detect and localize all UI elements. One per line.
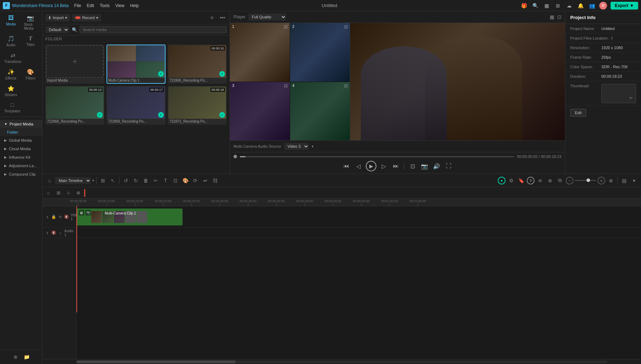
folder-add-icon[interactable]: 📁 (23, 353, 31, 361)
crop-timeline-icon[interactable]: ⊡ (171, 176, 180, 185)
multicam-cell-4[interactable]: 4 ⊡ (290, 82, 350, 141)
select-icon[interactable]: ↖ (109, 176, 117, 185)
add-track-icon[interactable]: ⊕ (11, 353, 20, 361)
undo-icon[interactable]: ↺ (122, 176, 130, 185)
tab-titles[interactable]: T Titles (21, 33, 40, 49)
timeline-snap-icon[interactable]: ⊕ (74, 189, 82, 197)
text-icon[interactable]: T (161, 176, 170, 185)
grid-icon[interactable]: ⊞ (554, 2, 562, 10)
menu-bar[interactable]: File Edit Tools View Help (74, 3, 139, 8)
list-item[interactable]: 00:00:10 ✓ 722866_Recording Po... (168, 45, 227, 84)
list-item[interactable]: 00:00:13 ✓ 722868_Recording Po... (45, 86, 104, 125)
playhead-dot[interactable] (233, 155, 237, 158)
progress-track[interactable] (240, 156, 514, 157)
list-item[interactable]: ✓ Multi-Camera Clip 1 (106, 45, 166, 84)
frame-forward-icon[interactable]: ▷ (379, 162, 388, 171)
scrollbar-track[interactable] (76, 360, 607, 363)
bookmark-icon[interactable]: 🔖 (517, 176, 525, 185)
tab-transitions[interactable]: ⇄ Transitions (1, 50, 24, 66)
tab-stock-media[interactable]: 📷 Stock Media (21, 13, 40, 33)
timeline-layers-icon[interactable]: ⊞ (54, 189, 62, 197)
timeline-home-icon[interactable]: ⌂ (45, 189, 52, 197)
search-icon[interactable]: 🔍 (531, 2, 539, 10)
chevron-down-icon[interactable]: ▾ (630, 176, 638, 185)
cloud-icon[interactable]: ☁ (565, 2, 573, 10)
tab-stickers[interactable]: ⭐ Stickers (1, 83, 21, 99)
expand-icon[interactable]: ⊡ (557, 14, 561, 20)
multicam-main-preview[interactable] (350, 23, 565, 140)
audio-mute-icon[interactable]: 🔇 (51, 230, 57, 236)
mute-icon[interactable]: 🔇 (64, 214, 69, 220)
cut-icon[interactable]: ✂ (151, 176, 160, 185)
import-button[interactable]: ⬇ Import ▾ (45, 14, 70, 22)
tab-audio[interactable]: 🎵 Audio (1, 33, 21, 49)
mic-button[interactable]: 🎙 (527, 177, 535, 184)
add-track-button[interactable]: ⊕ (607, 176, 615, 185)
multicam-cell-2[interactable]: 2 ⊡ (290, 23, 350, 82)
home-icon[interactable]: ⌂ (45, 176, 54, 185)
multicam-cell-3[interactable]: 3 ⊡ (230, 82, 290, 141)
project-edit-button[interactable]: Edit (570, 109, 586, 117)
edit-thumbnail-icon[interactable]: ✏ (626, 94, 635, 102)
menu-file[interactable]: File (74, 3, 81, 8)
chain-icon[interactable]: ⛓ (211, 176, 219, 185)
crop-icon[interactable]: ⊡ (408, 162, 417, 171)
scrollbar-thumb[interactable] (76, 360, 236, 363)
multicam-cell-1[interactable]: 1 ⊡ (230, 23, 290, 82)
zoom-in-button[interactable]: + (597, 177, 605, 184)
nav-folder[interactable]: Folder (0, 128, 42, 136)
frame-back-icon[interactable]: ◁ (354, 162, 363, 171)
tab-media[interactable]: 🖼 Media (1, 13, 21, 33)
lock-icon[interactable]: 🔒 (51, 214, 57, 220)
multicam-switch-icon[interactable]: ⊕ (546, 176, 554, 185)
menu-tools[interactable]: Tools (100, 3, 110, 8)
list-item[interactable]: 00:00:17 ✓ 722869_Recording Po... (106, 86, 166, 125)
tab-effects[interactable]: ✨ Effects (1, 66, 21, 82)
more-options-icon[interactable]: ••• (218, 13, 227, 22)
users-icon[interactable]: 👥 (588, 2, 596, 10)
grid-icon[interactable]: ⊞ (99, 176, 107, 185)
zoom-out-button[interactable]: − (566, 177, 573, 184)
tab-filters[interactable]: 🎨 Filters (21, 66, 40, 82)
sort-select[interactable]: Default (45, 26, 69, 33)
nav-global-media[interactable]: ▶ Global Media (0, 136, 42, 145)
volume-icon[interactable]: 🔊 (432, 162, 441, 171)
audio-solo-icon[interactable]: ♫ (57, 230, 63, 236)
delete-icon[interactable]: 🗑 (142, 176, 150, 185)
timeline-name-select[interactable]: Main Timeline (55, 177, 91, 184)
menu-help[interactable]: Help (130, 3, 139, 8)
nav-project-media[interactable]: ▼ Project Media (0, 120, 42, 128)
filter-icon[interactable]: ≡ (208, 13, 216, 22)
speed-icon[interactable]: ⟳ (191, 176, 200, 185)
pip-icon[interactable]: ⧉ (556, 176, 564, 185)
record-circle-button[interactable]: ● (498, 177, 506, 184)
waveform-icon[interactable]: ≋ (536, 176, 544, 185)
skip-back-icon[interactable]: ⏮ (342, 162, 351, 171)
play-button[interactable]: ▶ (366, 161, 376, 171)
record-button[interactable]: Record ▾ (72, 14, 101, 22)
import-media-item[interactable]: + Import Media (45, 45, 104, 84)
nav-influence-kit[interactable]: ▶ Influence Kit (0, 153, 42, 162)
eye-icon[interactable]: 👁 (57, 214, 63, 220)
color-icon[interactable]: 🎨 (181, 176, 190, 185)
skip-forward-icon[interactable]: ⏭ (391, 162, 400, 171)
list-item[interactable]: 00:00:18 ✓ 722872_Recording Po... (168, 86, 227, 125)
bell-icon[interactable]: 🔔 (577, 2, 584, 10)
timeline-clip[interactable]: ▦ 📷 Multi-Camera Cl (76, 209, 183, 225)
screenshot-icon[interactable]: 📷 (420, 162, 429, 171)
export-button[interactable]: Export ▼ (611, 2, 638, 10)
timeline-audio-sync-icon[interactable]: ♫ (64, 189, 72, 197)
video-track-row[interactable]: ▦ 📷 Multi-Camera Cl (76, 206, 641, 228)
menu-edit[interactable]: Edit (87, 3, 94, 8)
nav-cloud-media[interactable]: ▶ Cloud Media (0, 145, 42, 153)
search-input[interactable] (80, 26, 227, 33)
layout-icon[interactable]: ▦ (543, 2, 550, 10)
gift-icon[interactable]: 🎁 (520, 2, 528, 10)
settings-icon[interactable]: ⚙ (507, 176, 515, 185)
flip-icon[interactable]: ⇌ (201, 176, 209, 185)
view-options-icon[interactable]: ▤ (620, 176, 628, 185)
quality-select[interactable]: Full Quality Half Quality Quarter Qualit… (248, 13, 286, 20)
menu-view[interactable]: View (115, 3, 125, 8)
nav-compound-clip[interactable]: ▶ Compound Clip (0, 170, 42, 178)
grid-view-icon[interactable]: ▦ (550, 14, 554, 20)
